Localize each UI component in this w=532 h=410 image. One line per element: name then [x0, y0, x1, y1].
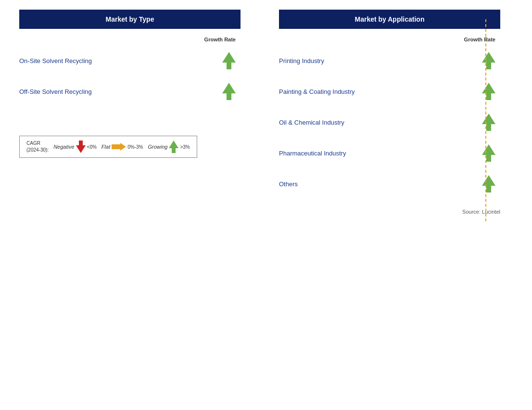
left-growth-rate-label: Growth Rate — [19, 37, 241, 42]
right-panel: Market by Application Growth Rate Printi… — [279, 10, 500, 215]
growing-label: Growing — [148, 144, 167, 150]
list-item: Oil & Chemical Industry — [279, 107, 500, 138]
item-label-pharmaceutical: Pharmaceutical Industry — [279, 150, 346, 157]
list-item: Off-Site Solvent Recycling — [19, 76, 241, 107]
legend-box: CAGR (2024-30): Negative <0% Flat 0%-3% — [19, 136, 197, 158]
item-label-oil-chemical: Oil & Chemical Industry — [279, 119, 344, 126]
red-down-arrow-icon — [76, 141, 86, 153]
legend-negative: Negative <0% — [53, 141, 97, 153]
item-label-painting: Painting & Coating Industry — [279, 88, 355, 95]
left-panel-header: Market by Type — [19, 10, 241, 29]
negative-range: <0% — [87, 144, 97, 150]
source-text: Source: Lucintel — [279, 209, 500, 215]
green-up-arrow-icon — [222, 83, 236, 100]
item-label-printing: Printing Industry — [279, 57, 324, 64]
item-label-on-site: On-Site Solvent Recycling — [19, 57, 92, 64]
left-panel: Market by Type Growth Rate On-Site Solve… — [19, 10, 241, 215]
dashed-line — [485, 19, 486, 221]
green-up-arrow-legend-icon — [169, 141, 178, 153]
list-item: Pharmaceutical Industry — [279, 138, 500, 168]
list-item: On-Site Solvent Recycling — [19, 45, 241, 76]
green-up-arrow-icon — [222, 52, 236, 69]
item-label-off-site: Off-Site Solvent Recycling — [19, 88, 92, 95]
legend-flat: Flat 0%-3% — [101, 143, 143, 151]
orange-right-arrow-icon — [112, 143, 126, 151]
item-label-others: Others — [279, 180, 298, 188]
right-growth-rate-label: Growth Rate — [279, 37, 500, 42]
list-item: Others — [279, 168, 500, 199]
negative-label: Negative — [53, 144, 74, 150]
list-item: Printing Industry — [279, 45, 500, 76]
list-item: Painting & Coating Industry — [279, 76, 500, 107]
legend-cagr: CAGR (2024-30): — [26, 140, 49, 154]
flat-range: 0%-3% — [127, 144, 143, 150]
growing-range: >3% — [180, 144, 190, 150]
flat-label: Flat — [101, 144, 110, 150]
right-panel-header: Market by Application — [279, 10, 500, 29]
divider — [481, 19, 491, 224]
legend-growing: Growing >3% — [148, 141, 190, 153]
